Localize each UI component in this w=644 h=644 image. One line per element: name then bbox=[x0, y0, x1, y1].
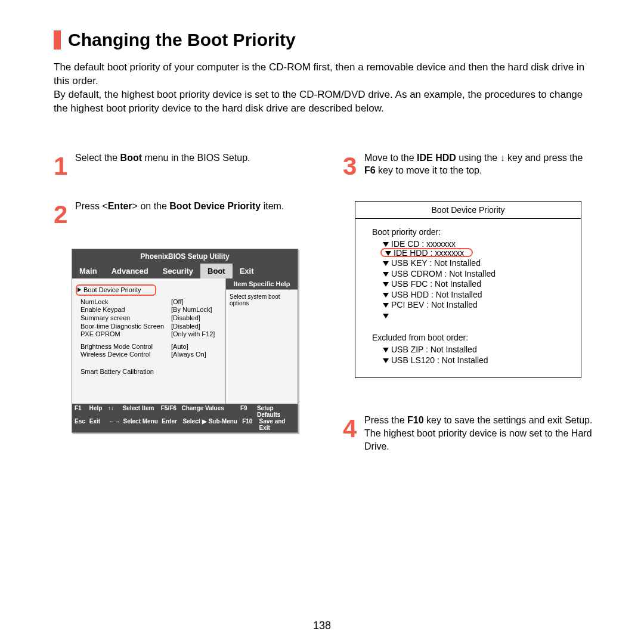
step-1: 1 Select the Boot menu in the BIOS Setup… bbox=[54, 151, 307, 177]
bios-footer: F1 Help ↑↓ Select Item F5/F6 Change Valu… bbox=[72, 404, 298, 432]
left-column: 1 Select the Boot menu in the BIOS Setup… bbox=[54, 151, 307, 476]
bios-row[interactable]: Enable Keypad[By NumLock] bbox=[76, 306, 222, 314]
priority-item[interactable]: USB KEY : Not Installed bbox=[383, 258, 564, 269]
bios-row[interactable]: Smart Battery Calibration bbox=[76, 368, 222, 376]
priority-item[interactable]: USB HDD : Not Installed bbox=[383, 290, 564, 301]
bios-help-body: Select system boot options bbox=[226, 289, 298, 310]
tab-security[interactable]: Security bbox=[156, 264, 200, 278]
boot-device-priority-item[interactable]: Boot Device Priority bbox=[76, 284, 156, 296]
intro-text: The default boot priority of your comput… bbox=[54, 61, 596, 116]
tab-boot[interactable]: Boot bbox=[200, 264, 233, 278]
triangle-down-icon bbox=[383, 282, 389, 287]
bios-row[interactable]: Wireless Device Control[Always On] bbox=[76, 351, 222, 358]
bios-row[interactable]: Boor-time Diagnostic Screen[Disabled] bbox=[76, 323, 222, 330]
boot-priority-order-label: Boot priority order: bbox=[372, 227, 564, 237]
boot-device-priority-label: Boot Device Priority bbox=[83, 286, 141, 294]
right-column: 3 Move to the IDE HDD using the ↓ key an… bbox=[343, 151, 596, 476]
tab-main[interactable]: Main bbox=[72, 264, 104, 278]
excluded-label: Excluded from boot order: bbox=[372, 333, 564, 342]
step-4-body: Press the F10 key to save the settings a… bbox=[364, 414, 596, 453]
triangle-down-icon bbox=[383, 348, 389, 352]
triangle-down-icon bbox=[383, 314, 389, 318]
bios-help-header: Item Specific Help bbox=[226, 278, 298, 289]
intro-p1: The default boot priority of your comput… bbox=[54, 61, 584, 86]
priority-item[interactable]: IDE CD : xxxxxxx bbox=[383, 239, 564, 250]
step-4: 4 Press the F10 key to save the settings… bbox=[343, 414, 596, 453]
step-number: 1 bbox=[54, 151, 75, 177]
excluded-item[interactable]: USB ZIP : Not Installed bbox=[383, 345, 564, 355]
step-3: 3 Move to the IDE HDD using the ↓ key an… bbox=[343, 151, 596, 177]
page-number: 138 bbox=[0, 620, 644, 632]
step-number: 3 bbox=[343, 151, 364, 177]
bios-row[interactable]: Brightness Mode Control[Auto] bbox=[76, 343, 222, 351]
page-title-row: Changing the Boot Priority bbox=[54, 30, 596, 50]
step-2: 2 Press <Enter> on the Boot Device Prior… bbox=[54, 200, 307, 225]
step-number: 4 bbox=[343, 414, 364, 453]
excluded-item[interactable]: USB LS120 : Not Installed bbox=[383, 355, 564, 366]
tab-exit[interactable]: Exit bbox=[233, 264, 261, 278]
step-number: 2 bbox=[54, 200, 75, 225]
page-title: Changing the Boot Priority bbox=[68, 30, 296, 50]
priority-item[interactable]: PCI BEV : Not Installed bbox=[383, 300, 564, 311]
triangle-down-icon bbox=[383, 272, 389, 277]
triangle-down-icon bbox=[383, 261, 389, 266]
bios-setup-screenshot: PhoenixBIOS Setup Utility Main Advanced … bbox=[72, 249, 298, 433]
bios-row[interactable]: PXE OPROM[Only with F12] bbox=[76, 330, 222, 338]
triangle-right-icon bbox=[78, 287, 81, 292]
bios-left-pane: Boot Device Priority NumLock[Off] Enable… bbox=[72, 278, 226, 404]
priority-item[interactable]: USB FDC : Not Installed bbox=[383, 279, 564, 290]
intro-p2: By default, the highest boot priority de… bbox=[54, 89, 583, 114]
triangle-down-icon bbox=[385, 251, 391, 256]
triangle-down-icon bbox=[383, 358, 389, 363]
bios-help-pane: Item Specific Help Select system boot op… bbox=[226, 278, 298, 404]
step-1-body: Select the Boot menu in the BIOS Setup. bbox=[75, 151, 250, 177]
tab-advanced[interactable]: Advanced bbox=[104, 264, 156, 278]
bios-title: PhoenixBIOS Setup Utility bbox=[72, 249, 298, 264]
title-accent-bar bbox=[54, 30, 61, 49]
boot-priority-title: Boot Device Priority bbox=[355, 202, 581, 219]
boot-priority-box: Boot Device Priority Boot priority order… bbox=[355, 201, 581, 379]
bios-tabs: Main Advanced Security Boot Exit bbox=[72, 264, 298, 278]
ide-hdd-highlight[interactable]: IDE HDD : xxxxxxx bbox=[380, 248, 473, 257]
bios-row[interactable]: NumLock[Off] bbox=[76, 298, 222, 306]
triangle-down-icon bbox=[383, 293, 389, 298]
step-3-body: Move to the IDE HDD using the ↓ key and … bbox=[364, 151, 596, 177]
priority-item[interactable]: USB CDROM : Not Installed bbox=[383, 269, 564, 280]
priority-item[interactable] bbox=[383, 311, 564, 321]
triangle-down-icon bbox=[383, 303, 389, 308]
step-2-body: Press <Enter> on the Boot Device Priorit… bbox=[75, 200, 284, 225]
triangle-down-icon bbox=[383, 242, 389, 247]
bios-row[interactable]: Summary screen[Disabled] bbox=[76, 314, 222, 322]
